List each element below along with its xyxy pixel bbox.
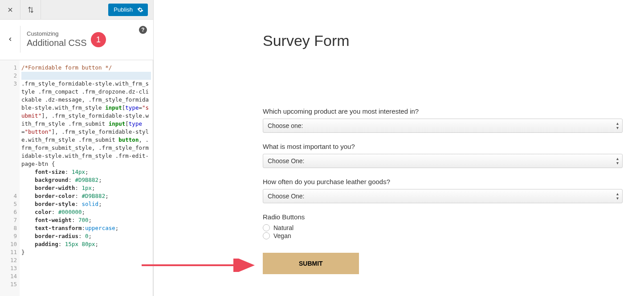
chevron-down-icon: ▴▾ [616,121,619,130]
publish-button[interactable]: Publish [108,4,148,16]
chevron-down-icon: ▴▾ [616,192,619,201]
device-toggle-button[interactable] [20,0,41,20]
help-icon[interactable]: ? [139,26,147,34]
close-button[interactable] [0,0,20,20]
q3-select[interactable]: Choose One: ▴▾ [263,189,623,203]
q3-label: How often do you purchase leather goods? [263,178,623,185]
gear-icon [137,7,143,13]
panel-header: Customizing Additional CSS ? [0,20,153,60]
page-title: Additional CSS [27,38,146,48]
form-preview: Survey Form Which upcoming product are y… [263,0,623,296]
code-content[interactable]: /*Formidable form button */ .frm_style_f… [20,60,153,296]
radio-label: Radio Buttons [263,213,623,221]
submit-button[interactable]: Submit [263,253,359,274]
line-gutter: 123456789101112131415 [0,60,20,296]
radio-icon [263,224,270,231]
q1-label: Which upcoming product are you most inte… [263,107,623,115]
q2-label: What is most important to you? [263,143,623,150]
annotation-badge: 1 [91,32,106,47]
customizer-top-bar: Publish [0,0,153,20]
radio-option[interactable]: Vegan [263,232,623,239]
publish-label: Publish [114,6,133,13]
breadcrumb: Customizing [27,30,146,37]
q2-select[interactable]: Choose One: ▴▾ [263,154,623,168]
radio-icon [263,232,270,239]
css-editor[interactable]: 123456789101112131415 /*Formidable form … [0,60,153,296]
radio-option[interactable]: Natural [263,224,623,231]
chevron-down-icon: ▴▾ [616,156,619,165]
back-button[interactable] [0,26,20,53]
form-title: Survey Form [263,32,623,49]
q1-select[interactable]: Choose one: ▴▾ [263,119,623,133]
